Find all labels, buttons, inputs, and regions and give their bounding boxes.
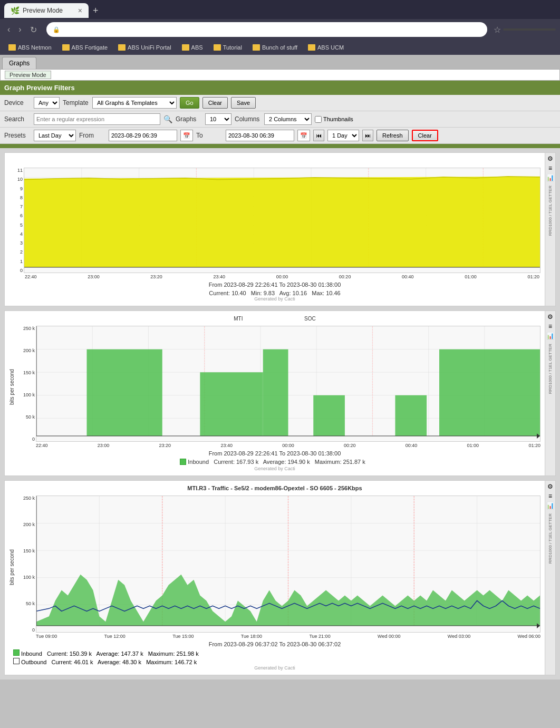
close-tab-button[interactable]: × <box>78 6 82 15</box>
template-select[interactable]: All Graphs & Templates <box>92 97 177 109</box>
chart1-stats: From 2023-08-29 22:26:41 To 2023-08-30 0… <box>9 282 540 288</box>
go-button[interactable]: Go <box>180 97 199 109</box>
x-label: 00:00 <box>282 443 294 448</box>
bookmark-abs-ucm[interactable]: ABS UCM <box>304 43 348 52</box>
chart1-container: 11 10 9 8 7 6 5 4 3 2 1 0 <box>4 152 556 306</box>
x-label: 01:20 <box>527 274 539 279</box>
device-select[interactable]: Any <box>34 97 60 109</box>
chart1-sidebar: ⚙ ≡ 📊 RRD1000 / T1EL GETTER <box>545 153 555 306</box>
back-button[interactable]: ‹ <box>4 23 13 36</box>
folder-icon <box>182 44 189 51</box>
chart1-sidebar-text: RRD1000 / T1EL GETTER <box>548 186 553 236</box>
bookmarks-bar: ABS Netmon ABS Fortigate ABS UniFi Porta… <box>0 40 560 55</box>
list-icon[interactable]: ≡ <box>548 492 552 500</box>
folder-icon <box>118 44 125 51</box>
bookmark-bunch-of-stuff[interactable]: Bunch of stuff <box>248 43 302 52</box>
to-calendar-button[interactable]: 📅 <box>297 130 310 141</box>
y-label: 250 k <box>23 496 35 501</box>
chart-icon[interactable]: 📊 <box>546 174 554 181</box>
clear2-button[interactable]: Clear <box>412 130 438 141</box>
y-label: 2 <box>20 249 23 255</box>
bookmark-abs-unifi[interactable]: ABS UniFi Portal <box>114 43 176 52</box>
filter-section-title: Graph Preview Filters <box>4 83 556 93</box>
chart2-container: MTI SOC bits per second 250 k 200 k 150 … <box>4 310 556 476</box>
graphs-tab-bar: Graphs <box>0 55 560 69</box>
bookmark-label: Tutorial <box>223 44 242 51</box>
y-label: 8 <box>20 195 23 200</box>
bookmark-button[interactable]: ☆ <box>494 25 501 35</box>
address-bar[interactable]: 🔒 <box>46 22 487 37</box>
columns-label: Columns <box>235 115 261 123</box>
bookmark-label: Bunch of stuff <box>262 44 297 51</box>
graphs-tab[interactable]: Graphs <box>2 57 36 69</box>
forward-button[interactable]: › <box>15 23 24 36</box>
presets-label: Presets <box>4 132 31 139</box>
chart2-sidebar: ⚙ ≡ 📊 RRD1000 / T1EL GETTER <box>545 311 555 475</box>
step-forward-button[interactable]: ⏭ <box>362 130 373 141</box>
chart1-svg <box>24 168 540 273</box>
to-date-input[interactable] <box>226 130 294 141</box>
y-label: 50 k <box>26 414 35 420</box>
y-label: 100 k <box>23 575 35 580</box>
chart1-title <box>9 157 540 166</box>
x-label: 01:00 <box>465 274 477 279</box>
gear-icon[interactable]: ⚙ <box>547 483 553 490</box>
bookmark-label: ABS UniFi Portal <box>128 44 171 51</box>
list-icon[interactable]: ≡ <box>548 164 552 172</box>
from-date-input[interactable] <box>109 130 177 141</box>
step-back-button[interactable]: ⏮ <box>313 130 324 141</box>
inbound-row: Inbound Current: 150.39 k Average: 147.3… <box>13 649 540 657</box>
svg-rect-42 <box>313 395 345 436</box>
chart-icon[interactable]: 📊 <box>546 332 554 339</box>
chart-icon[interactable]: 📊 <box>546 502 554 509</box>
clear-button[interactable]: Clear <box>202 97 228 109</box>
filter-section-header: Graph Preview Filters <box>0 81 560 95</box>
folder-icon <box>62 44 70 51</box>
search-label: Search <box>4 115 31 123</box>
y-label: 150 k <box>23 548 35 554</box>
device-template-row: Device Any Template All Graphs & Templat… <box>0 95 560 111</box>
inbound-legend: Inbound Current: 167.93 k Average: 194.9… <box>180 459 365 465</box>
bookmark-label: ABS Netmon <box>18 44 52 51</box>
search-row: Search 🔍 Graphs 10 Columns 2 Columns Thu… <box>0 111 560 128</box>
charts-area: 11 10 9 8 7 6 5 4 3 2 1 0 <box>0 148 560 680</box>
columns-select[interactable]: 2 Columns <box>264 113 312 125</box>
gear-icon[interactable]: ⚙ <box>547 155 553 162</box>
from-calendar-button[interactable]: 📅 <box>180 130 193 141</box>
y-label: 50 k <box>26 601 35 606</box>
chart2-title: MTI SOC <box>9 315 540 324</box>
x-label: 00:20 <box>339 274 351 279</box>
bookmark-tutorial[interactable]: Tutorial <box>209 43 246 52</box>
folder-icon <box>214 44 221 51</box>
thumbnails-checkbox[interactable] <box>315 116 322 123</box>
chart3-y-label: bits per second <box>9 496 15 639</box>
new-tab-button[interactable]: + <box>89 5 103 16</box>
x-label: 00:00 <box>276 274 288 279</box>
list-icon[interactable]: ≡ <box>548 323 552 330</box>
chart3-sidebar: ⚙ ≡ 📊 RRD1000 / T1EL GETTER <box>545 481 555 675</box>
x-label: 01:20 <box>528 443 540 448</box>
y-label: 100 k <box>23 392 35 397</box>
bookmark-label: ABS Fortigate <box>72 44 108 51</box>
bookmark-abs[interactable]: ABS <box>178 43 207 52</box>
preset-select[interactable]: Last Day <box>34 130 76 141</box>
y-label: 1 <box>20 259 23 264</box>
x-label: Wed 03:00 <box>448 634 470 639</box>
bookmark-abs-netmon[interactable]: ABS Netmon <box>4 43 56 52</box>
day-select[interactable]: 1 Day <box>327 130 359 141</box>
folder-icon <box>308 44 315 51</box>
chart3-generated: Generated by Cacti <box>9 665 540 671</box>
refresh-button[interactable]: Refresh <box>376 130 409 141</box>
save-button[interactable]: Save <box>231 97 256 109</box>
active-tab[interactable]: 🌿 Preview Mode × <box>4 3 89 18</box>
gear-icon[interactable]: ⚙ <box>547 313 553 321</box>
app-content: Graphs Preview Mode Graph Preview Filter… <box>0 55 560 680</box>
x-label: Tue 15:00 <box>172 634 194 639</box>
bookmark-abs-fortigate[interactable]: ABS Fortigate <box>58 43 112 52</box>
reload-button[interactable]: ↻ <box>27 23 40 37</box>
y-label: 150 k <box>23 370 35 375</box>
graphs-count-select[interactable]: 10 <box>205 113 231 125</box>
x-label: 23:20 <box>159 443 171 448</box>
preview-mode-label: Preview Mode <box>5 71 51 79</box>
search-input[interactable] <box>34 113 160 125</box>
